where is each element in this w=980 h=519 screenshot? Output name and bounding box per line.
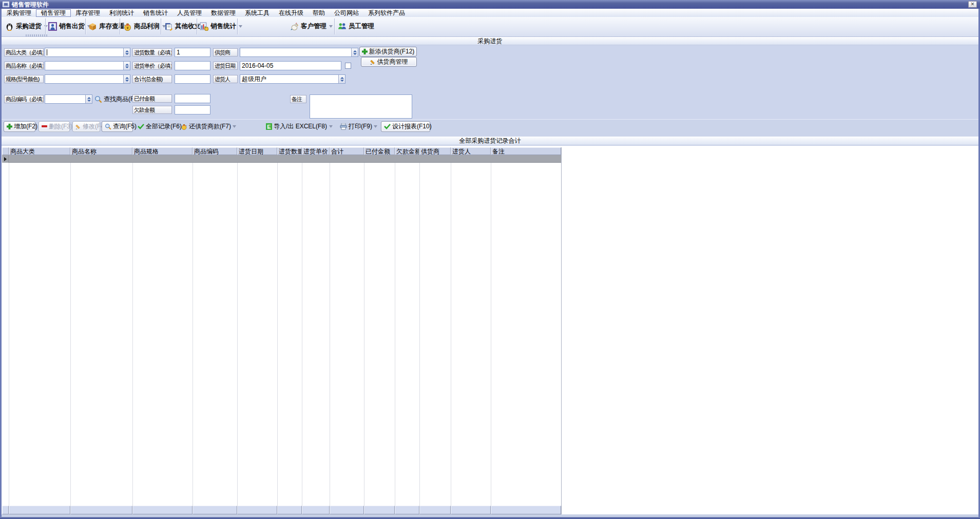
toolbar-button-purchase-in[interactable]: 采购进货 [5, 19, 48, 34]
category-combobox[interactable] [45, 48, 130, 57]
spec-input[interactable] [45, 74, 130, 84]
summary-cell [395, 506, 419, 514]
grid-right-edge [561, 147, 562, 514]
records-grid [2, 146, 978, 514]
menu-item-data-mgmt[interactable]: 数据管理 [206, 9, 240, 17]
product-name-input[interactable] [45, 61, 130, 70]
supplier-input[interactable] [240, 48, 358, 57]
search-icon [94, 95, 102, 103]
all-records-button[interactable]: 全部记录(F6) [135, 121, 176, 132]
column-header[interactable]: 已付金额 [364, 147, 395, 155]
add-record-button[interactable]: 增加(F2) [4, 121, 35, 132]
total-input[interactable] [175, 74, 210, 84]
window-border-bottom [0, 517, 980, 519]
column-header[interactable]: 商品编码 [193, 147, 237, 155]
spec-dropdown-button[interactable] [123, 75, 130, 83]
spinner-arrows-icon [125, 77, 129, 82]
owed-amount-input[interactable] [175, 105, 210, 114]
supplier-dropdown-button[interactable] [351, 48, 358, 56]
column-header[interactable]: 商品名称 [70, 147, 132, 155]
excel-import-export-button[interactable]: E 导入/出 EXCEL(F8) [263, 121, 335, 132]
menu-item-product-series[interactable]: 系列软件产品 [363, 9, 410, 17]
column-header[interactable]: 欠款金额 [395, 147, 419, 155]
column-header[interactable]: 进货单价 [302, 147, 330, 155]
chevron-down-icon[interactable] [329, 19, 333, 34]
toolbar-button-customer-mgmt[interactable]: 客户管理 [290, 19, 333, 34]
menu-item-help[interactable]: 帮助 [308, 9, 330, 17]
buyer-dropdown-button[interactable] [338, 75, 345, 83]
chevron-down-icon[interactable] [44, 19, 48, 34]
product-name-dropdown-button[interactable] [123, 62, 130, 70]
chevron-down-icon[interactable] [329, 121, 333, 132]
summary-cell [193, 506, 237, 514]
product-code-combobox[interactable] [45, 94, 92, 104]
toolbar-button-other-expense[interactable]: 其他收支 [164, 19, 201, 34]
toolbar-separator [45, 18, 46, 34]
column-header[interactable]: 进货人 [451, 147, 491, 155]
column-header[interactable]: 进货数量 [277, 147, 302, 155]
gridline [491, 163, 491, 506]
column-header[interactable]: 商品规格 [132, 147, 193, 155]
toolbar-button-sales-stats[interactable]: 销售统计 [200, 19, 243, 34]
menu-item-sales-mgmt[interactable]: 销售管理 [36, 9, 71, 17]
column-header[interactable]: 合计 [330, 147, 364, 155]
product-code-dropdown-button[interactable] [85, 95, 92, 103]
column-header[interactable]: 备注 [491, 147, 561, 155]
toolbar-button-product-profit[interactable]: ¥ 商品利润 [123, 19, 166, 34]
unit-price-label: 进货单价（必填） [132, 62, 172, 70]
menu-item-online-upgrade[interactable]: 在线升级 [274, 9, 308, 17]
menu-item-profit-stats[interactable]: 利润统计 [105, 9, 139, 17]
toolbar-button-staff-mgmt[interactable]: 员工管理 [338, 19, 374, 34]
purchase-date-input[interactable] [240, 61, 341, 70]
text-cursor [47, 49, 47, 55]
window-border-left [0, 9, 2, 519]
buyer-combobox[interactable] [240, 74, 345, 84]
spec-combobox[interactable] [45, 74, 130, 84]
summary-cell [302, 506, 330, 514]
summary-cell [132, 506, 193, 514]
menu-item-personnel-mgmt[interactable]: 人员管理 [172, 9, 206, 17]
toolbar-separator [85, 18, 86, 34]
add-supplier-button[interactable]: 新添供货商(F12) [359, 47, 417, 56]
date-picker-checkbox[interactable] [345, 63, 351, 69]
chevron-down-icon[interactable] [233, 121, 236, 132]
query-button[interactable]: 查询(F5) [102, 121, 133, 132]
plus-icon [7, 124, 12, 129]
menu-item-purchase-mgmt[interactable]: 采购管理 [2, 9, 36, 17]
delete-record-button[interactable]: 删除(F3) [39, 121, 70, 132]
minus-icon [42, 125, 47, 128]
supplier-combobox[interactable] [240, 48, 358, 57]
print-button[interactable]: 打印(F9) [337, 121, 377, 132]
column-header[interactable]: 供货商 [419, 147, 451, 155]
manage-supplier-button[interactable]: 供货商管理 [361, 57, 417, 67]
two-people-icon [338, 22, 347, 31]
summary-cell [277, 506, 302, 514]
grid-corner-cell [2, 147, 9, 155]
menu-item-stock-mgmt[interactable]: 库存管理 [71, 9, 105, 17]
remark-textarea[interactable] [310, 94, 412, 119]
repay-supplier-button[interactable]: 还供货商款(F7) [178, 121, 230, 132]
edit-record-button[interactable]: 修改(F4) [72, 121, 100, 132]
gridline [302, 163, 302, 506]
selected-row[interactable] [2, 155, 561, 163]
chevron-down-icon[interactable] [374, 121, 377, 132]
menu-item-system-tools[interactable]: 系统工具 [240, 9, 274, 17]
paid-amount-input[interactable] [175, 94, 210, 103]
category-dropdown-button[interactable] [123, 48, 130, 56]
design-report-button[interactable]: 设计报表(F10) [381, 121, 430, 132]
product-name-combobox[interactable] [45, 61, 130, 70]
gridline [451, 163, 451, 506]
qty-input[interactable] [175, 48, 210, 57]
category-input[interactable] [45, 48, 130, 57]
buyer-input[interactable] [240, 74, 345, 84]
menu-item-sales-stats[interactable]: 销售统计 [139, 9, 172, 17]
column-header[interactable]: 商品大类 [9, 147, 70, 155]
total-label: 合计(总金额) [132, 75, 172, 83]
chevron-down-icon[interactable] [238, 19, 243, 34]
app-icon [3, 2, 9, 7]
column-header[interactable]: 进货日期 [237, 147, 277, 155]
menu-item-company-site[interactable]: 公司网站 [330, 9, 363, 17]
gridline [193, 163, 193, 506]
close-button[interactable]: ✕ [968, 1, 977, 8]
unit-price-input[interactable] [175, 61, 210, 70]
